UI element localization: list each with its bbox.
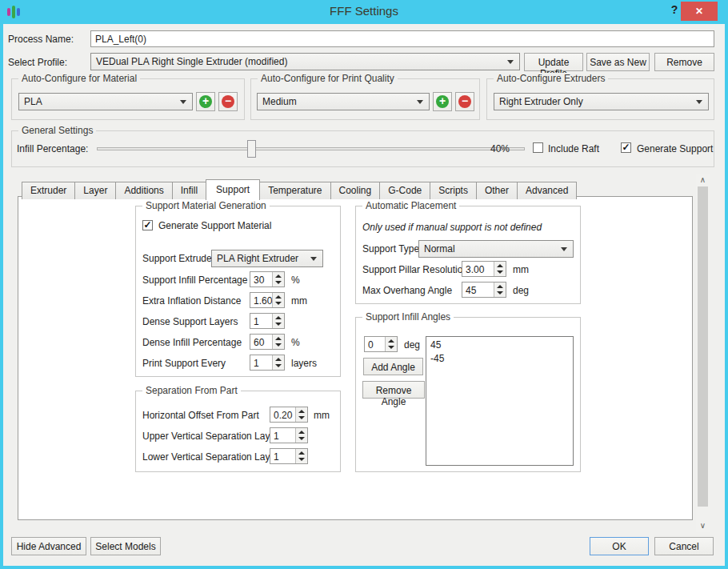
auto-configure-quality-group: Auto-Configure for Print Quality Medium … xyxy=(250,78,480,120)
dense-infill-percentage-unit: % xyxy=(291,337,300,348)
plus-icon: + xyxy=(436,95,449,108)
hide-advanced-button[interactable]: Hide Advanced xyxy=(11,537,86,555)
infill-slider-handle[interactable] xyxy=(247,140,256,158)
tab-infill[interactable]: Infill xyxy=(172,182,206,199)
upper-vertical-separation-spinner[interactable]: 1 xyxy=(270,427,308,443)
add-material-button[interactable]: + xyxy=(196,92,215,111)
profile-select[interactable]: VEDual PLA Right Single Extruder (modifi… xyxy=(90,53,520,70)
ok-button[interactable]: OK xyxy=(590,537,649,555)
spinner-arrows-icon[interactable] xyxy=(272,272,284,287)
remove-profile-button[interactable]: Remove xyxy=(654,53,714,71)
angle-spinner[interactable]: 0 xyxy=(364,336,398,352)
spinner-arrows-icon[interactable] xyxy=(295,428,307,443)
support-type-value: Normal xyxy=(424,243,455,254)
automatic-placement-title: Automatic Placement xyxy=(362,200,459,211)
lower-vertical-separation-label: Lower Vertical Separation Layers xyxy=(142,451,283,463)
general-settings-group: General Settings Infill Percentage: 40% … xyxy=(11,130,714,167)
select-profile-label: Select Profile: xyxy=(8,57,67,68)
extra-inflation-distance-spinner[interactable]: 1.60 xyxy=(250,292,285,308)
tab-temperature[interactable]: Temperature xyxy=(259,182,330,199)
generate-support-checkbox[interactable]: ✓ xyxy=(621,142,631,153)
tab-layer[interactable]: Layer xyxy=(74,182,116,199)
support-type-select[interactable]: Normal xyxy=(418,240,574,258)
general-settings-title: General Settings xyxy=(18,125,96,136)
separation-from-part-group: Separation From Part Horizontal Offset F… xyxy=(135,391,341,472)
horizontal-offset-spinner[interactable]: 0.20 xyxy=(270,407,308,423)
update-profile-button[interactable]: Update Profile xyxy=(524,53,583,71)
tab-additions[interactable]: Additions xyxy=(115,182,172,199)
scrollbar-thumb[interactable] xyxy=(698,186,708,507)
scroll-down-icon[interactable]: ∨ xyxy=(696,520,710,532)
chevron-down-icon xyxy=(561,247,567,251)
scroll-up-icon[interactable]: ∧ xyxy=(696,174,710,186)
support-pillar-resolution-spinner[interactable]: 3.00 xyxy=(462,261,506,277)
cancel-button[interactable]: Cancel xyxy=(654,537,714,555)
material-select[interactable]: PLA xyxy=(18,93,193,110)
spinner-arrows-icon[interactable] xyxy=(272,335,284,349)
max-overhang-angle-unit: deg xyxy=(513,285,529,296)
plus-icon: + xyxy=(199,95,212,108)
dense-support-layers-spinner[interactable]: 1 xyxy=(250,313,285,329)
process-name-label: Process Name: xyxy=(8,34,74,45)
remove-quality-button[interactable]: − xyxy=(455,92,474,111)
spinner-arrows-icon[interactable] xyxy=(385,337,397,351)
help-button[interactable]: ? xyxy=(667,3,682,19)
add-angle-button[interactable]: Add Angle xyxy=(363,358,423,375)
horizontal-offset-label: Horizontal Offset From Part xyxy=(142,410,259,421)
lower-vertical-separation-spinner[interactable]: 1 xyxy=(270,448,308,464)
close-button[interactable]: ✕ xyxy=(681,2,718,21)
generate-support-material-checkbox[interactable]: ✓ xyxy=(142,220,153,230)
quality-select-value: Medium xyxy=(262,96,297,107)
remove-angle-button[interactable]: Remove Angle xyxy=(362,381,425,399)
support-tab-panel: Support Material Generation ✓ Generate S… xyxy=(18,196,693,520)
fff-settings-window: FFF Settings ? ✕ Process Name: Select Pr… xyxy=(0,0,728,569)
tab-support[interactable]: Support xyxy=(206,179,260,200)
chevron-down-icon xyxy=(696,100,702,104)
support-infill-angles-group: Support Infill Angles 0 deg Add Angle Re… xyxy=(355,317,581,472)
spinner-arrows-icon[interactable] xyxy=(272,355,284,370)
spinner-arrows-icon[interactable] xyxy=(295,407,307,422)
vertical-scrollbar[interactable]: ∧ ∨ xyxy=(696,174,710,532)
spinner-arrows-icon[interactable] xyxy=(494,282,506,297)
include-raft-checkbox[interactable] xyxy=(533,142,543,153)
angle-list-item[interactable]: 45 xyxy=(430,339,569,352)
tab-gcode[interactable]: G-Code xyxy=(379,182,430,199)
extruders-select[interactable]: Right Extruder Only xyxy=(494,93,709,110)
spinner-arrows-icon[interactable] xyxy=(494,262,506,276)
quality-select[interactable]: Medium xyxy=(257,93,430,110)
max-overhang-angle-spinner[interactable]: 45 xyxy=(462,282,506,298)
infill-percentage-label: Infill Percentage: xyxy=(17,143,88,154)
support-infill-percentage-label: Support Infill Percentage xyxy=(142,274,247,286)
support-pillar-resolution-label: Support Pillar Resolution xyxy=(362,264,468,275)
spinner-arrows-icon[interactable] xyxy=(295,449,307,463)
process-name-input[interactable] xyxy=(90,30,714,47)
infill-slider-track[interactable] xyxy=(97,147,525,150)
auto-configure-extruders-group: Auto-Configure Extruders Right Extruder … xyxy=(486,78,714,120)
remove-material-button[interactable]: − xyxy=(218,92,238,111)
print-support-every-spinner[interactable]: 1 xyxy=(250,355,285,371)
spinner-arrows-icon[interactable] xyxy=(272,293,284,307)
support-pillar-resolution-unit: mm xyxy=(513,264,529,275)
extruders-select-value: Right Extruder Only xyxy=(499,96,583,107)
tab-advanced[interactable]: Advanced xyxy=(517,182,577,199)
minus-icon: − xyxy=(458,95,471,108)
print-support-every-label: Print Support Every xyxy=(142,358,226,369)
support-infill-percentage-spinner[interactable]: 30 xyxy=(250,271,285,287)
angles-listbox[interactable]: 45 -45 xyxy=(426,336,574,466)
save-as-new-button[interactable]: Save as New xyxy=(586,53,650,71)
angle-list-item[interactable]: -45 xyxy=(430,352,569,366)
dense-infill-percentage-spinner[interactable]: 60 xyxy=(250,334,285,350)
chevron-down-icon xyxy=(507,60,514,64)
tab-cooling[interactable]: Cooling xyxy=(330,182,381,199)
tab-scripts[interactable]: Scripts xyxy=(430,182,477,199)
tab-extruder[interactable]: Extruder xyxy=(22,182,75,199)
settings-tab-bar: Extruder Layer Additions Infill Support … xyxy=(22,178,576,199)
max-overhang-angle-label: Max Overhang Angle xyxy=(362,285,452,296)
support-extruder-select[interactable]: PLA Right Extruder xyxy=(211,250,323,267)
include-raft-label: Include Raft xyxy=(548,143,599,154)
select-models-button[interactable]: Select Models xyxy=(90,537,161,555)
spinner-arrows-icon[interactable] xyxy=(272,314,284,328)
add-quality-button[interactable]: + xyxy=(433,92,452,111)
tab-other[interactable]: Other xyxy=(476,182,518,199)
title-bar[interactable]: FFF Settings ? ✕ xyxy=(0,0,728,24)
